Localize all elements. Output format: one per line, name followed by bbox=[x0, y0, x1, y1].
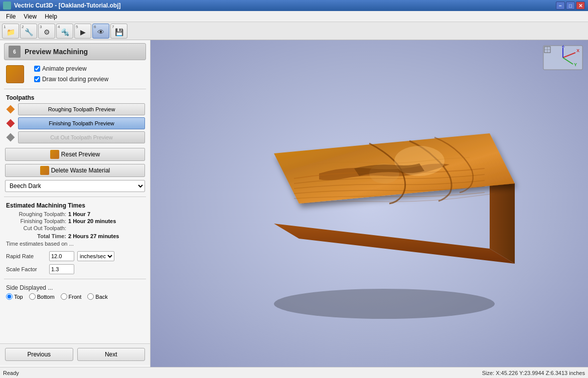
cutout-toolpath-row: Cut Out Toolpath Preview bbox=[0, 130, 150, 144]
finishing-time-value: 1 Hour 20 minutes bbox=[68, 218, 116, 224]
titlebar: Vectric Cut3D - [Oakland-Tutorial.obj] −… bbox=[0, 0, 588, 11]
animate-preview-row: Animate preview bbox=[28, 64, 114, 73]
roughing-time-row: Roughing Toolpath: 1 Hour 7 bbox=[6, 211, 144, 218]
reset-icon bbox=[50, 150, 59, 159]
scale-factor-input[interactable] bbox=[49, 264, 74, 274]
divider3 bbox=[4, 279, 146, 279]
animate-preview-checkbox[interactable] bbox=[34, 66, 40, 72]
side-top-radio[interactable]: Top bbox=[6, 293, 23, 300]
step4-icon: 🔩 bbox=[61, 28, 69, 36]
time-estimates-note: Time estimates based on ... bbox=[6, 240, 144, 248]
toolbar-step6[interactable]: 6 👁 bbox=[92, 24, 109, 39]
finishing-icon bbox=[5, 118, 16, 129]
side-back-radio[interactable]: Back bbox=[87, 293, 107, 300]
side-bottom-radio[interactable]: Bottom bbox=[29, 293, 55, 300]
reset-btn-row: Reset Preview bbox=[0, 146, 150, 162]
side-front-input[interactable] bbox=[61, 293, 67, 300]
section-header: 6 Preview Machining bbox=[4, 43, 146, 60]
toolbar: 1 📁 2 🔧 3 ⚙ 4 🔩 5 ▶ 6 👁 7 💾 bbox=[0, 22, 588, 40]
toolbar-step5[interactable]: 5 ▶ bbox=[74, 24, 91, 39]
3d-model-svg bbox=[194, 83, 545, 324]
step7-icon: 💾 bbox=[115, 28, 123, 36]
roughing-toolpath-button[interactable]: Roughing Toolpath Preview bbox=[18, 103, 145, 115]
scale-factor-row: Scale Factor bbox=[0, 263, 150, 276]
preview-icon-area: Animate preview Draw tool during preview bbox=[0, 62, 150, 86]
estimated-times-title: Estimated Machining Times bbox=[6, 202, 144, 209]
menu-view[interactable]: View bbox=[20, 12, 41, 21]
menu-file[interactable]: File bbox=[2, 12, 20, 21]
toolpaths-label: Toolpaths bbox=[0, 92, 150, 102]
delete-icon bbox=[40, 166, 49, 175]
divider1 bbox=[4, 89, 146, 89]
finishing-time-row: Finishing Toolpath: 1 Hour 20 minutes bbox=[6, 218, 144, 225]
toolbar-step2[interactable]: 2 🔧 bbox=[20, 24, 37, 39]
step-icon: 6 bbox=[9, 46, 21, 58]
svg-text:Y: Y bbox=[574, 62, 577, 67]
nav-buttons: Previous Next bbox=[0, 343, 150, 365]
estimated-times-section: Estimated Machining Times Roughing Toolp… bbox=[0, 200, 150, 250]
step6-icon: 👁 bbox=[97, 28, 104, 36]
side-radio-group: Top Bottom Front Back bbox=[6, 293, 144, 300]
rapid-rate-input[interactable] bbox=[49, 251, 74, 261]
toolbar-step4[interactable]: 4 🔩 bbox=[56, 24, 73, 39]
scale-factor-label: Scale Factor bbox=[6, 266, 46, 272]
side-back-input[interactable] bbox=[87, 293, 94, 300]
draw-tool-row: Draw tool during preview bbox=[28, 75, 114, 84]
section-title: Preview Machining bbox=[25, 48, 88, 56]
side-displayed-label: Side Displayed ... bbox=[6, 284, 144, 291]
model-front-face bbox=[274, 224, 515, 264]
toolbar-step1[interactable]: 1 📁 bbox=[2, 24, 19, 39]
svg-text:Z: Z bbox=[562, 45, 565, 48]
delete-waste-button[interactable]: Delete Waste Material bbox=[5, 164, 145, 177]
finishing-time-label: Finishing Toolpath: bbox=[6, 218, 66, 224]
roughing-time-label: Roughing Toolpath: bbox=[6, 211, 66, 217]
size-info: Size: X:45.226 Y:23.9944 Z:6.3413 inches bbox=[482, 370, 585, 376]
step5-icon: ▶ bbox=[80, 28, 86, 36]
material-dropdown[interactable]: Beech Dark Pine Light Oak Walnut Mahogan… bbox=[5, 180, 145, 192]
cutout-toolpath-button[interactable]: Cut Out Toolpath Preview bbox=[18, 131, 145, 143]
toolbar-step7[interactable]: 7 💾 bbox=[110, 24, 127, 39]
side-displayed-section: Side Displayed ... Top Bottom Front Back bbox=[0, 282, 150, 302]
draw-tool-label: Draw tool during preview bbox=[42, 76, 108, 83]
draw-tool-checkbox[interactable] bbox=[34, 76, 40, 82]
material-dropdown-row: Beech Dark Pine Light Oak Walnut Mahogan… bbox=[0, 178, 150, 194]
total-time-value: 2 Hours 27 minutes bbox=[68, 233, 119, 239]
app-icon bbox=[3, 2, 11, 10]
cutout-time-row: Cut Out Toolpath: bbox=[6, 225, 144, 232]
window-controls: − □ ✕ bbox=[556, 2, 585, 10]
toolbar-step3[interactable]: 3 ⚙ bbox=[38, 24, 55, 39]
minimize-button[interactable]: − bbox=[556, 2, 565, 10]
rapid-rate-row: Rapid Rate inches/sec mm/sec bbox=[0, 250, 150, 263]
window-title: Vectric Cut3D - [Oakland-Tutorial.obj] bbox=[14, 2, 556, 9]
model-container bbox=[151, 40, 588, 367]
animate-preview-label: Animate preview bbox=[42, 65, 87, 72]
preview-icon-box bbox=[6, 65, 24, 83]
side-front-radio[interactable]: Front bbox=[61, 293, 82, 300]
cutout-time-label: Cut Out Toolpath: bbox=[6, 225, 66, 231]
divider2 bbox=[4, 197, 146, 197]
menu-help[interactable]: Help bbox=[41, 12, 61, 21]
rapid-rate-unit-select[interactable]: inches/sec mm/sec bbox=[77, 251, 114, 261]
side-top-input[interactable] bbox=[6, 293, 13, 300]
model-shadow bbox=[274, 289, 495, 319]
viewport[interactable]: X Y Z bbox=[151, 40, 588, 367]
maximize-button[interactable]: □ bbox=[566, 2, 575, 10]
finishing-toolpath-button[interactable]: Finishing Toolpath Preview bbox=[18, 117, 145, 129]
delete-btn-row: Delete Waste Material bbox=[0, 162, 150, 178]
step2-icon: 🔧 bbox=[25, 28, 33, 36]
cutout-icon bbox=[5, 132, 16, 143]
step3-icon: ⚙ bbox=[44, 28, 50, 36]
previous-button[interactable]: Previous bbox=[5, 348, 73, 361]
finishing-toolpath-row: Finishing Toolpath Preview bbox=[0, 116, 150, 130]
step1-icon: 📁 bbox=[7, 28, 15, 36]
side-bottom-input[interactable] bbox=[29, 293, 36, 300]
rapid-rate-label: Rapid Rate bbox=[6, 253, 46, 259]
roughing-toolpath-row: Roughing Toolpath Preview bbox=[0, 102, 150, 116]
roughing-time-value: 1 Hour 7 bbox=[68, 211, 90, 217]
close-button[interactable]: ✕ bbox=[576, 2, 585, 10]
svg-text:X: X bbox=[576, 48, 579, 53]
reset-preview-button[interactable]: Reset Preview bbox=[5, 148, 145, 161]
left-panel: 6 Preview Machining Animate preview Draw… bbox=[0, 40, 151, 367]
total-time-row: Total Time: 2 Hours 27 minutes bbox=[6, 233, 144, 240]
next-button[interactable]: Next bbox=[77, 348, 145, 361]
